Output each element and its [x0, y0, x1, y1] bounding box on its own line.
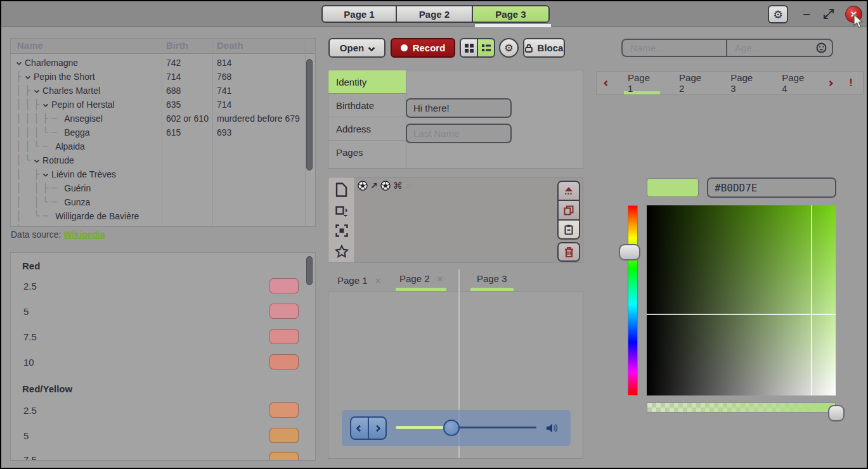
table-row[interactable]: │└Rotrude	[11, 153, 305, 167]
list-view-button[interactable]	[477, 38, 495, 58]
center-view-button[interactable]	[335, 224, 348, 237]
form-item-pages[interactable]: Pages	[328, 141, 406, 164]
title-tab-page1-label: Page 1	[344, 9, 374, 20]
tree-guides: │││└─	[16, 127, 60, 138]
new-file-button[interactable]	[335, 183, 347, 197]
name-input[interactable]: Name...	[623, 40, 727, 56]
alpha-slider[interactable]	[647, 402, 836, 413]
paste-button[interactable]	[557, 220, 580, 240]
form-item-identity[interactable]: Identity	[328, 70, 406, 94]
genealogy-tree-table: Name Birth Death Charlemagne742814 ├Pepi…	[10, 38, 316, 227]
right-tab-page4[interactable]: Page 4	[778, 72, 814, 94]
first-name-value: Hi there!	[413, 103, 450, 113]
table-row[interactable]: │├Charles Martel688741	[11, 84, 305, 98]
close-tab-icon[interactable]: ×	[437, 273, 443, 284]
table-row[interactable]: │ │├─Guérin	[11, 181, 305, 195]
form-item-birthdate[interactable]: Birthdate	[328, 94, 406, 117]
grid-view-button[interactable]	[460, 38, 477, 58]
chevron-down-icon	[368, 44, 375, 51]
hue-slider[interactable]	[628, 205, 638, 395]
delete-button[interactable]	[557, 242, 580, 262]
open-dropdown-button[interactable]: Open	[328, 38, 385, 58]
soccer-ball-icon	[380, 181, 391, 191]
alpha-slider-handle[interactable]	[828, 405, 845, 421]
transform-button[interactable]	[335, 204, 348, 217]
minimize-button[interactable]: –	[799, 3, 814, 24]
last-name-input[interactable]: Last Name	[406, 124, 512, 143]
record-button[interactable]: Record	[391, 38, 455, 58]
table-row[interactable]: ││├Pepin of Herstal635714	[11, 98, 305, 112]
color-swatch[interactable]	[269, 452, 299, 461]
age-input[interactable]: Age...	[727, 40, 832, 56]
open-label: Open	[340, 42, 364, 53]
chevron-down-icon[interactable]	[34, 88, 39, 93]
color-swatch[interactable]	[269, 304, 299, 319]
saturation-value-square[interactable]	[647, 205, 836, 395]
previous-button[interactable]	[350, 416, 368, 440]
doc-tab-page2[interactable]: Page 2 ×	[396, 269, 446, 291]
table-row[interactable]: Charlemagne742814	[11, 56, 305, 70]
chevron-right-icon	[827, 80, 834, 86]
right-tab-page3[interactable]: Page 3	[727, 72, 763, 94]
wikipedia-link[interactable]: Wikipedia	[63, 229, 105, 240]
title-tab-page2[interactable]: Page 2	[396, 5, 472, 23]
copy-button[interactable]	[557, 200, 580, 220]
table-row[interactable]: │││└─Begga615693	[11, 125, 305, 139]
doc-tab-page1[interactable]: Page 1 ×	[337, 269, 380, 291]
column-header-name[interactable]: Name	[17, 40, 43, 51]
seek-slider[interactable]	[396, 427, 536, 429]
table-row[interactable]: │ │└─Gunza	[11, 195, 305, 209]
chevron-down-icon[interactable]	[25, 74, 30, 79]
form-item-list: Identity Birthdate Address Pages	[328, 70, 406, 168]
palette-item-label: 7.5	[23, 454, 37, 461]
tabs-overflow-indicator[interactable]: !	[839, 72, 863, 94]
maximize-button[interactable]	[822, 7, 836, 21]
emoji-icon[interactable]	[816, 42, 827, 53]
palette-scrollbar-thumb[interactable]	[306, 256, 313, 285]
tabs-scroll-left-button[interactable]	[597, 72, 616, 94]
color-swatch[interactable]	[269, 278, 299, 293]
tree-name: Charles Martel	[42, 86, 100, 96]
upload-button[interactable]	[557, 181, 580, 200]
title-tab-page1[interactable]: Page 1	[321, 5, 396, 23]
table-row[interactable]: ├Bertrade of Laon719783	[11, 223, 305, 227]
chevron-down-icon[interactable]	[43, 102, 48, 107]
tabs-scroll-right-button[interactable]	[822, 72, 839, 94]
toolbar-settings-button[interactable]: ⚙	[499, 38, 519, 58]
color-swatch[interactable]	[269, 354, 299, 369]
color-swatch[interactable]	[269, 402, 299, 418]
first-name-input[interactable]: Hi there!	[406, 98, 512, 118]
form-item-address[interactable]: Address	[328, 117, 406, 141]
right-tab-page1[interactable]: Page 1	[624, 72, 660, 94]
table-row[interactable]: ││└─Alpaida	[11, 139, 305, 153]
close-tab-icon[interactable]: ×	[375, 275, 381, 286]
settings-button[interactable]: ⚙	[768, 5, 788, 23]
title-tab-page3[interactable]: Page 3	[472, 5, 550, 23]
table-row[interactable]: │││├─Ansegisel602 or 610murdered before …	[11, 112, 305, 125]
next-button[interactable]	[368, 416, 387, 440]
favorite-button[interactable]	[335, 245, 349, 258]
table-row[interactable]: │ ├Liévin de Trèves	[11, 167, 305, 181]
speaker-icon	[546, 422, 559, 434]
column-header-death[interactable]: Death	[217, 40, 243, 51]
chevron-down-icon[interactable]	[34, 158, 39, 163]
chevron-down-icon[interactable]	[16, 60, 22, 65]
table-row[interactable]: ├Pepin the Short714768	[11, 70, 305, 84]
tree-name: Charlemagne	[25, 58, 78, 68]
bloca-lock-button[interactable]: Bloca	[523, 38, 565, 58]
hue-slider-handle[interactable]	[619, 244, 640, 260]
current-color-swatch[interactable]	[647, 178, 699, 197]
doc-tab-page3[interactable]: Page 3	[470, 269, 514, 291]
volume-button[interactable]	[546, 422, 559, 434]
color-swatch[interactable]	[269, 329, 299, 344]
slider-handle[interactable]	[443, 420, 460, 436]
column-header-birth[interactable]: Birth	[166, 40, 188, 51]
hex-color-input[interactable]: #B0DD7E	[707, 177, 836, 198]
color-swatch[interactable]	[269, 428, 299, 443]
chevron-down-icon[interactable]	[43, 172, 48, 177]
split-divider[interactable]	[458, 269, 460, 292]
tree-scrollbar-thumb[interactable]	[306, 59, 313, 170]
table-row[interactable]: │ └─Willigarde de Bavière	[11, 209, 305, 223]
right-tab-page2[interactable]: Page 2	[675, 72, 711, 94]
list-icon	[482, 44, 491, 53]
